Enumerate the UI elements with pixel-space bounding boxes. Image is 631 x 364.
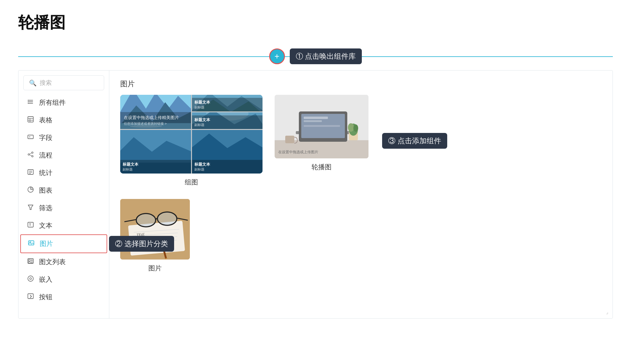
svg-point-14 (32, 156, 33, 157)
component-item-lunbotu[interactable]: 在设置中拖选或上传图片 ③ 点击添加组件 轮播图 (275, 95, 368, 187)
text-icon: T (26, 221, 35, 230)
svg-rect-67 (304, 125, 340, 127)
table-icon (26, 116, 35, 124)
divider-row: + ① 点击唤出组件库 (18, 48, 613, 64)
sidebar-item-text[interactable]: T 文本 (20, 217, 107, 234)
search-placeholder: 搜索 (40, 79, 52, 87)
search-icon: 🔍 (29, 79, 37, 87)
zutu-preview-card: 在设置中拖选或上传精美图片 任您添加描述或者跳转链接 > 标题文本 (120, 95, 263, 174)
search-box[interactable]: 🔍 搜索 (23, 75, 104, 90)
flow-icon (26, 151, 35, 160)
sidebar-label-text: 文本 (39, 221, 52, 230)
large-overlay: 在设置中拖选或上传精美图片 任您添加描述或者跳转链接 > (120, 112, 191, 129)
sidebar-item-filter[interactable]: 筛选 (20, 199, 107, 217)
all-components-icon (26, 98, 35, 107)
sidebar-item-embed[interactable]: 嵌入 (20, 271, 107, 288)
component-item-zutu[interactable]: 在设置中拖选或上传精美图片 任您添加描述或者跳转链接 > 标题文本 (120, 95, 263, 187)
sidebar-label-field: 字段 (39, 133, 52, 142)
sidebar-item-field[interactable]: 字段 (20, 129, 107, 147)
image-label: 图片 (148, 264, 162, 273)
filter-icon (26, 204, 35, 212)
sidebar-label-chart: 图表 (39, 186, 52, 195)
svg-rect-10 (28, 135, 33, 139)
image-icon (27, 240, 35, 248)
components-grid-row2: TEtE (120, 199, 602, 273)
sidebar-item-chart[interactable]: 图表 (20, 182, 107, 199)
sidebar-item-table[interactable]: 表格 (20, 111, 107, 129)
sidebar-label-flow: 流程 (39, 151, 52, 160)
lunbotu-preview-card: 在设置中拖选或上传图片 (275, 95, 368, 158)
sidebar-item-imglist[interactable]: 图文列表 (20, 253, 107, 271)
zutu-label: 组图 (185, 178, 198, 187)
chart-icon (26, 186, 35, 195)
field-icon (26, 134, 35, 142)
svg-rect-38 (28, 294, 33, 299)
component-library-panel: 🔍 搜索 所有组件 (18, 70, 613, 319)
add-button-area: + ① 点击唤出组件库 (269, 48, 362, 64)
svg-rect-33 (28, 262, 30, 263)
lunbotu-label: 轮播图 (312, 163, 332, 172)
cell-overlay-2: 标题文本 副标题 (192, 115, 263, 129)
sidebar-item-flow[interactable]: 流程 (20, 147, 107, 164)
step2-tooltip: ② 选择图片分类 (109, 236, 174, 252)
svg-point-12 (28, 154, 30, 155)
svg-rect-66 (304, 120, 322, 122)
svg-point-5 (28, 103, 29, 104)
add-component-button[interactable]: + (269, 48, 285, 64)
svg-line-15 (30, 153, 32, 154)
imglist-icon (26, 258, 35, 266)
svg-point-36 (28, 276, 33, 281)
sidebar: 🔍 搜索 所有组件 (18, 71, 109, 318)
svg-point-37 (30, 278, 31, 280)
svg-text:T: T (29, 223, 31, 227)
resize-handle: ⌟ (606, 309, 608, 315)
svg-point-83 (157, 212, 177, 225)
svg-point-71 (353, 124, 358, 132)
svg-point-4 (28, 101, 29, 102)
embed-icon (26, 275, 35, 284)
step1-tooltip: ① 点击唤出组件库 (290, 48, 362, 64)
stats-icon (26, 169, 35, 177)
sidebar-label-imglist: 图文列表 (39, 257, 66, 266)
sidebar-label-filter: 筛选 (39, 204, 52, 213)
svg-rect-30 (28, 260, 30, 261)
svg-point-70 (348, 123, 354, 132)
step3-tooltip: ③ 点击添加组件 (382, 133, 447, 149)
sidebar-item-button[interactable]: 按钮 (20, 288, 107, 306)
svg-point-82 (136, 213, 156, 227)
svg-marker-24 (28, 205, 33, 210)
svg-rect-72 (285, 136, 294, 143)
sidebar-item-all[interactable]: 所有组件 (20, 94, 107, 111)
sidebar-label-embed: 嵌入 (39, 275, 52, 284)
cell-overlay-4: 标题文本 副标题 (192, 160, 263, 174)
cell-overlay-1: 标题文本 副标题 (192, 98, 263, 111)
components-grid-row1: 在设置中拖选或上传精美图片 任您添加描述或者跳转链接 > 标题文本 (120, 95, 602, 187)
cell-overlay-3: 标题文本 副标题 (120, 160, 191, 174)
svg-rect-27 (28, 241, 34, 245)
sidebar-item-stats[interactable]: 统计 (20, 164, 107, 182)
button-icon (26, 293, 35, 301)
large-sub: 任您添加描述或者跳转链接 > (124, 121, 187, 126)
right-panel: 图片 (109, 71, 613, 318)
sidebar-label-button: 按钮 (39, 293, 52, 302)
sidebar-label-image: 图片 (40, 239, 53, 248)
svg-line-16 (30, 155, 32, 156)
svg-rect-6 (28, 117, 33, 122)
page-title: 轮播图 (18, 12, 613, 33)
sidebar-label-stats: 统计 (39, 168, 52, 177)
large-title: 在设置中拖选或上传精美图片 (124, 115, 187, 121)
svg-point-3 (28, 100, 29, 101)
svg-rect-65 (304, 117, 328, 119)
sidebar-item-image[interactable]: 图片 ② 选择图片分类 (20, 234, 107, 253)
sidebar-label-table: 表格 (39, 116, 52, 125)
svg-point-13 (32, 152, 33, 154)
lbt-overlay-text: 在设置中拖选或上传图片 (278, 150, 318, 155)
section-title: 图片 (120, 79, 602, 89)
sidebar-label-all: 所有组件 (39, 98, 66, 107)
